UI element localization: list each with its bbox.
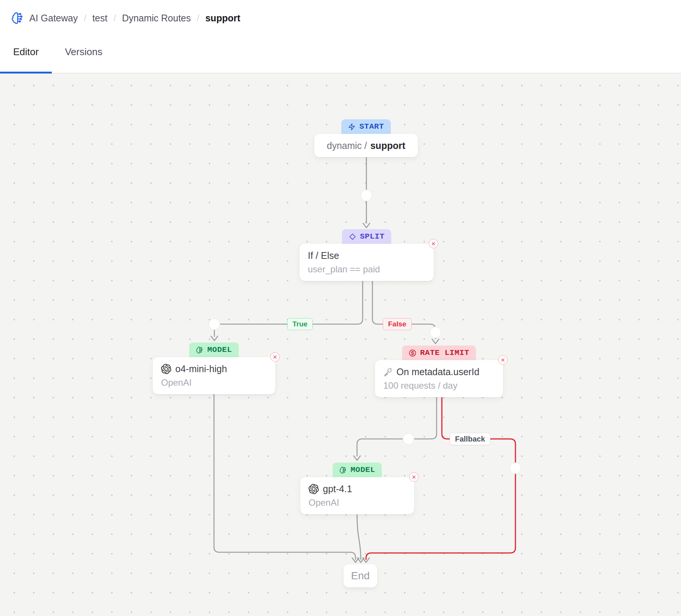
- edge-model2-end: [357, 513, 361, 560]
- start-badge-label: START: [359, 122, 384, 131]
- brain-circuit-icon: [339, 466, 347, 474]
- app-header: AI Gateway / test / Dynamic Routes / sup…: [0, 0, 681, 36]
- tab-versions[interactable]: Versions: [52, 46, 116, 73]
- split-badge-label: SPLIT: [360, 232, 385, 241]
- breadcrumb-test[interactable]: test: [92, 13, 107, 24]
- model-badge-label: MODEL: [351, 466, 375, 474]
- breadcrumb-separator: /: [197, 13, 199, 23]
- model-badge-label: MODEL: [207, 346, 232, 354]
- route-name: support: [370, 140, 405, 151]
- split-condition: user_plan == paid: [308, 264, 425, 275]
- breadcrumb: AI Gateway / test / Dynamic Routes / sup…: [29, 13, 240, 24]
- close-icon: ✕: [500, 357, 505, 363]
- node-model-o4-mini-high[interactable]: MODEL o4-mini-high OpenAI ✕: [153, 343, 275, 394]
- key-icon: [383, 368, 392, 377]
- edge-handle[interactable]: [430, 327, 441, 338]
- start-badge: START: [341, 119, 391, 134]
- delete-node-button[interactable]: ✕: [498, 355, 508, 365]
- route-prefix: dynamic /: [327, 140, 367, 151]
- close-icon: ✕: [273, 354, 277, 360]
- openai-logo-icon: [161, 364, 171, 374]
- breadcrumb-separator: /: [113, 13, 116, 23]
- delete-node-button[interactable]: ✕: [270, 352, 280, 362]
- split-title: If / Else: [308, 250, 425, 261]
- node-end[interactable]: End: [344, 564, 377, 587]
- model-provider: OpenAI: [309, 497, 406, 508]
- node-rate-limit[interactable]: RATE LIMIT On metadata.userId 100 reques…: [375, 346, 503, 397]
- model-name: o4-mini-high: [175, 364, 227, 374]
- edge-handle[interactable]: [510, 463, 521, 474]
- node-model-gpt-4-1[interactable]: MODEL gpt-4.1 OpenAI ✕: [300, 463, 414, 514]
- breadcrumb-ai-gateway[interactable]: AI Gateway: [29, 13, 78, 24]
- arrowhead: [363, 223, 370, 228]
- flow-canvas[interactable]: START dynamic / support SPLIT If / Else …: [0, 74, 681, 616]
- edge-handle[interactable]: [361, 190, 372, 201]
- delete-node-button[interactable]: ✕: [409, 472, 419, 482]
- rate-limit-key: On metadata.userId: [396, 367, 479, 377]
- zap-icon: [348, 123, 356, 131]
- model-badge: MODEL: [333, 463, 382, 477]
- edge-label-fallback: Fallback: [450, 433, 490, 445]
- model-badge: MODEL: [189, 343, 239, 357]
- node-start[interactable]: START dynamic / support: [314, 119, 418, 157]
- close-icon: ✕: [431, 241, 436, 246]
- edge-handle[interactable]: [209, 319, 220, 330]
- breadcrumb-separator: /: [84, 13, 86, 23]
- model-provider: OpenAI: [161, 377, 267, 388]
- delete-node-button[interactable]: ✕: [429, 239, 438, 248]
- tab-bar: Editor Versions: [0, 36, 681, 74]
- node-split[interactable]: SPLIT If / Else user_plan == paid ✕: [300, 229, 434, 281]
- edge-label-true: True: [287, 318, 313, 330]
- edge-ratelimit-model: [357, 395, 437, 457]
- end-label: End: [351, 570, 370, 582]
- breadcrumb-dynamic-routes[interactable]: Dynamic Routes: [122, 13, 191, 24]
- split-badge: SPLIT: [342, 229, 392, 244]
- brain-circuit-icon: [196, 346, 203, 354]
- edge-label-false: False: [383, 318, 412, 330]
- edge-handle[interactable]: [403, 433, 414, 445]
- diamond-icon: [349, 233, 356, 240]
- edge-split-false: [372, 279, 435, 339]
- tab-editor[interactable]: Editor: [0, 46, 52, 73]
- breadcrumb-support: support: [205, 13, 240, 24]
- arrowhead: [432, 339, 439, 344]
- rate-limit-badge: RATE LIMIT: [402, 346, 476, 360]
- rate-limit-quota: 100 requests / day: [383, 380, 495, 391]
- close-icon: ✕: [411, 474, 416, 480]
- model-name: gpt-4.1: [323, 484, 352, 494]
- circle-dollar-icon: [409, 349, 416, 357]
- brain-circuit-icon: [11, 12, 24, 24]
- openai-logo-icon: [309, 484, 319, 494]
- rate-limit-badge-label: RATE LIMIT: [420, 349, 469, 357]
